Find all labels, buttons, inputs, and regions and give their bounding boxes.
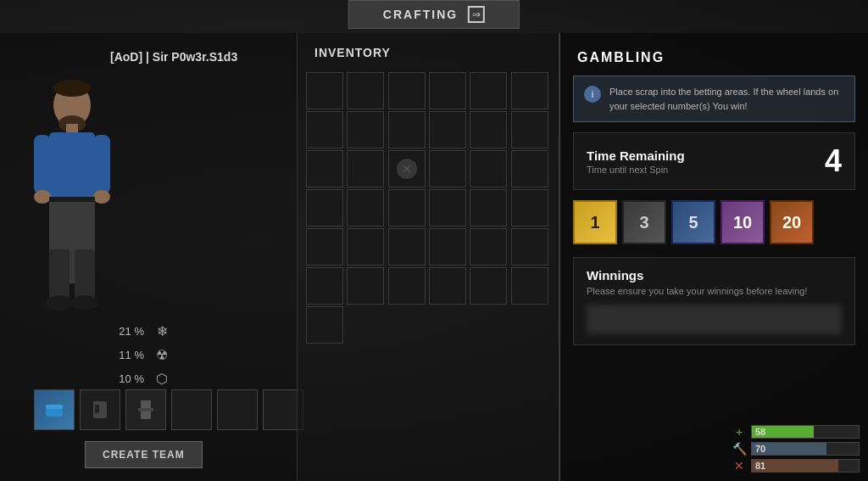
- inv-cell[interactable]: [511, 228, 548, 266]
- inv-cell[interactable]: [306, 111, 343, 148]
- equip-slot-4[interactable]: [171, 389, 212, 430]
- info-icon: i: [584, 86, 601, 103]
- equip-slot-5[interactable]: [217, 389, 258, 430]
- exit-button[interactable]: [468, 6, 485, 23]
- inv-cell[interactable]: [347, 267, 384, 305]
- winnings-text: Please ensure you take your winnings bef…: [587, 286, 842, 296]
- gambling-title: GAMBLING: [560, 33, 868, 76]
- cloth-value: 81: [755, 461, 765, 471]
- inv-cell[interactable]: [347, 111, 384, 148]
- inv-cell[interactable]: [511, 72, 548, 109]
- cold-icon: ❄: [153, 322, 171, 340]
- svg-rect-10: [49, 249, 70, 300]
- scrap-bar-fill: 58: [752, 426, 814, 438]
- inv-cell[interactable]: [470, 150, 507, 187]
- winnings-blurred-amount: [587, 305, 842, 334]
- inv-cell[interactable]: [470, 267, 507, 305]
- inv-cell[interactable]: [347, 189, 384, 227]
- inventory-label: INVENTORY: [298, 33, 559, 68]
- time-sublabel: Time until next Spin: [587, 165, 685, 175]
- wood-value: 70: [755, 444, 765, 454]
- inv-cell[interactable]: [347, 150, 384, 187]
- inv-cell[interactable]: [429, 72, 466, 109]
- inv-cell[interactable]: [306, 72, 343, 109]
- inv-cell[interactable]: [388, 111, 426, 148]
- svg-rect-3: [66, 124, 78, 132]
- number-slot-3[interactable]: 3: [622, 200, 666, 244]
- armor-icon: ⬡: [153, 369, 171, 388]
- number-slot-10[interactable]: 10: [721, 200, 765, 244]
- inv-cell[interactable]: [429, 111, 466, 148]
- inv-cell[interactable]: [347, 72, 384, 109]
- cloth-bar-container: 81: [751, 459, 860, 473]
- svg-point-12: [46, 295, 73, 310]
- inv-cell[interactable]: [511, 111, 548, 148]
- number-slot-5[interactable]: 5: [671, 200, 715, 244]
- equip-slot-3[interactable]: [125, 389, 166, 430]
- inv-cell[interactable]: [470, 228, 507, 266]
- inv-cell[interactable]: [388, 72, 426, 109]
- character-panel: [AoD] | Sir P0w3r.S1d3: [0, 33, 297, 481]
- svg-rect-4: [49, 132, 95, 200]
- inv-cell[interactable]: [470, 111, 507, 148]
- svg-point-8: [93, 190, 110, 204]
- inventory-section: INVENTORY ✕: [297, 33, 559, 481]
- gambling-panel: GAMBLING i Place scrap into the betting …: [559, 33, 868, 481]
- inv-cell[interactable]: [388, 228, 426, 266]
- inv-cell[interactable]: [470, 189, 507, 227]
- wood-bar-fill: 70: [752, 443, 826, 455]
- equip-slot-2[interactable]: [80, 389, 120, 430]
- resource-row-scrap: + 58: [732, 425, 860, 439]
- inv-cell[interactable]: [429, 189, 466, 227]
- crafting-label: CRAFTING: [383, 8, 458, 21]
- inv-cell[interactable]: [429, 228, 466, 266]
- create-team-button[interactable]: CREATE TEAM: [85, 441, 203, 468]
- inv-cell[interactable]: [306, 189, 343, 227]
- svg-rect-20: [138, 408, 153, 411]
- stat-row-radiation: 11 % ☢: [102, 345, 171, 364]
- inv-cell[interactable]: [306, 267, 343, 305]
- svg-rect-16: [46, 405, 63, 409]
- stat-shield-value: 10 %: [102, 372, 144, 385]
- inv-cell[interactable]: [388, 267, 426, 305]
- inv-cell[interactable]: [429, 150, 466, 187]
- winnings-section: Winnings Please ensure you take your win…: [573, 257, 855, 345]
- equip-slot-1[interactable]: [34, 389, 75, 430]
- inv-cell[interactable]: [306, 150, 343, 187]
- inv-cell[interactable]: [306, 228, 343, 266]
- info-text: Place scrap into the betting areas. If t…: [609, 85, 844, 113]
- stats-panel: 21 % ❄ 11 % ☢ 10 % ⬡: [102, 322, 171, 388]
- svg-point-7: [34, 190, 51, 204]
- inv-cell[interactable]: [306, 306, 343, 344]
- inv-cell[interactable]: ✕: [388, 150, 426, 187]
- inv-cell[interactable]: [511, 267, 548, 305]
- inv-cell[interactable]: [470, 72, 507, 109]
- svg-point-1: [53, 80, 91, 97]
- svg-rect-6: [93, 135, 110, 194]
- hammer-icon: 🔨: [732, 442, 746, 456]
- wood-bar-container: 70: [751, 442, 860, 456]
- scrap-value: 58: [755, 427, 765, 437]
- resource-row-cloth: ✕ 81: [732, 459, 860, 473]
- equipment-slots: [34, 389, 303, 430]
- resource-row-wood: 🔨 70: [732, 442, 860, 456]
- svg-text:✕: ✕: [402, 162, 412, 176]
- svg-rect-5: [34, 135, 51, 194]
- inv-cell[interactable]: [388, 189, 426, 227]
- inv-cell[interactable]: [429, 267, 466, 305]
- number-slot-20[interactable]: 20: [770, 200, 814, 244]
- svg-rect-18: [95, 405, 99, 413]
- inv-cell[interactable]: [511, 150, 548, 187]
- inv-cell[interactable]: [511, 189, 548, 227]
- stat-cold-value: 21 %: [102, 325, 144, 338]
- info-box: i Place scrap into the betting areas. If…: [573, 76, 855, 122]
- inventory-grid: ✕: [298, 72, 559, 344]
- radiation-icon: ☢: [153, 345, 171, 364]
- crafting-tab[interactable]: CRAFTING: [348, 0, 520, 29]
- number-slot-1[interactable]: 1: [573, 200, 617, 244]
- cross-icon: ✕: [732, 459, 746, 473]
- svg-rect-14: [49, 197, 95, 202]
- time-value: 4: [825, 143, 842, 179]
- inv-cell[interactable]: [347, 228, 384, 266]
- svg-rect-11: [75, 249, 95, 300]
